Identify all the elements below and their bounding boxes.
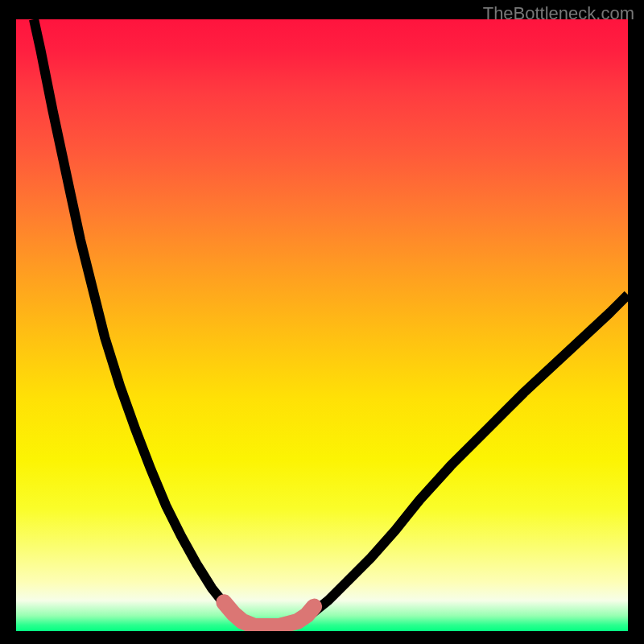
highlight-segment	[224, 602, 314, 626]
bottleneck-curve	[34, 19, 628, 628]
plot-area	[16, 19, 628, 631]
watermark-text: TheBottleneck.com	[483, 3, 634, 24]
chart-frame: TheBottleneck.com	[0, 0, 644, 644]
chart-svg	[16, 19, 628, 631]
